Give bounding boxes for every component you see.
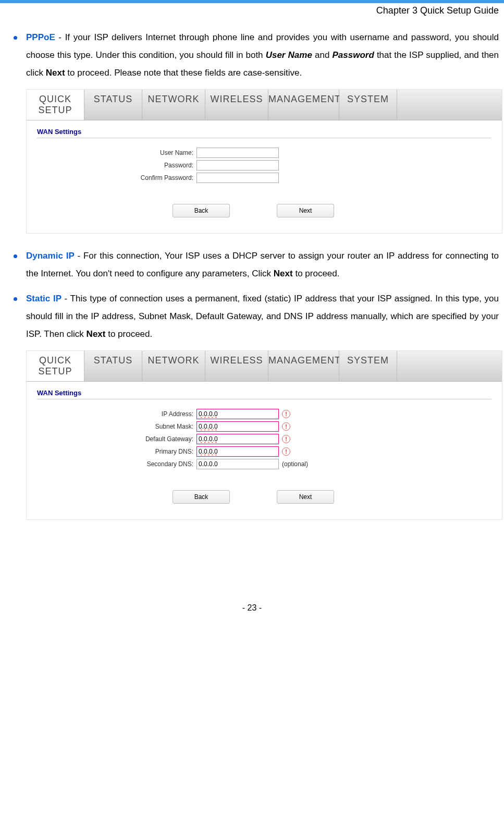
input-default-gateway[interactable] xyxy=(196,434,279,444)
error-icon: ! xyxy=(282,435,290,443)
dynamic-bold-next: Next xyxy=(274,269,293,278)
tab-management[interactable]: MANAGEMENT xyxy=(268,90,339,120)
page-number: - 23 - xyxy=(0,603,504,623)
input-subnet-mask[interactable] xyxy=(196,421,279,432)
row-default-gateway: Default Gateway: ! xyxy=(37,434,491,444)
pppoe-em-username: User Name xyxy=(266,50,312,60)
tab-quick-setup[interactable]: QUICK SETUP xyxy=(27,90,84,120)
tab-system[interactable]: SYSTEM xyxy=(339,90,397,120)
optional-label: (optional) xyxy=(282,460,308,468)
pppoe-panel: QUICK SETUP STATUS NETWORK WIRELESS MANA… xyxy=(26,89,502,234)
tab-system-2[interactable]: SYSTEM xyxy=(339,351,397,381)
row-password: Password: xyxy=(37,160,491,171)
back-button-2[interactable]: Back xyxy=(173,490,230,504)
tab-wireless-2[interactable]: WIRELESS xyxy=(205,351,268,381)
label-secondary-dns: Secondary DNS: xyxy=(37,460,196,468)
bullet-dynamic-title: Dynamic IP xyxy=(26,251,75,261)
input-secondary-dns[interactable] xyxy=(196,459,279,469)
nav-tabs-2: QUICK SETUP STATUS NETWORK WIRELESS MANA… xyxy=(27,351,502,382)
error-icon: ! xyxy=(282,422,290,431)
pppoe-bold-next: Next xyxy=(46,68,65,78)
label-ip-address: IP Address: xyxy=(37,410,196,418)
tab-network[interactable]: NETWORK xyxy=(142,90,205,120)
wan-settings-heading-2: WAN Settings xyxy=(37,389,491,399)
bullet-static-title: Static IP xyxy=(26,294,62,303)
page-content: PPPoE - If your ISP delivers Internet th… xyxy=(0,29,504,520)
error-icon: ! xyxy=(282,447,290,456)
pppoe-text-4: to proceed. Please note that these field… xyxy=(65,68,302,78)
bullet-static-ip: Static IP - This type of connection uses… xyxy=(10,290,499,343)
input-confirm-password[interactable] xyxy=(196,173,279,183)
button-row: Back Next xyxy=(173,204,491,217)
pppoe-text-2: and xyxy=(312,50,333,60)
label-default-gateway: Default Gateway: xyxy=(37,435,196,443)
dynamic-text-2: to proceed. xyxy=(293,269,340,278)
label-username: User Name: xyxy=(37,149,196,156)
input-ip-address[interactable] xyxy=(196,409,279,419)
tab-wireless[interactable]: WIRELESS xyxy=(205,90,268,120)
wan-settings-heading: WAN Settings xyxy=(37,128,491,138)
static-bold-next: Next xyxy=(87,329,106,339)
tab-status[interactable]: STATUS xyxy=(84,90,142,120)
back-button[interactable]: Back xyxy=(173,204,230,217)
tab-management-2[interactable]: MANAGEMENT xyxy=(268,351,339,381)
row-ip-address: IP Address: ! xyxy=(37,409,491,419)
label-password: Password: xyxy=(37,162,196,169)
input-primary-dns[interactable] xyxy=(196,446,279,457)
static-panel: QUICK SETUP STATUS NETWORK WIRELESS MANA… xyxy=(26,350,502,520)
label-confirm-password: Confirm Password: xyxy=(37,174,196,181)
bullet-pppoe-title: PPPoE xyxy=(26,32,55,42)
button-row-2: Back Next xyxy=(173,490,491,504)
input-password[interactable] xyxy=(196,160,279,171)
next-button[interactable]: Next xyxy=(277,204,334,217)
tab-status-2[interactable]: STATUS xyxy=(84,351,142,381)
pppoe-em-password: Password xyxy=(332,50,374,60)
bullet-dynamic-ip: Dynamic IP - For this connection, Your I… xyxy=(10,247,499,283)
nav-spacer-2 xyxy=(397,351,502,381)
tab-quick-setup-2[interactable]: QUICK SETUP xyxy=(27,351,84,381)
nav-spacer xyxy=(397,90,502,120)
row-secondary-dns: Secondary DNS: (optional) xyxy=(37,459,491,469)
row-subnet-mask: Subnet Mask: ! xyxy=(37,421,491,432)
label-primary-dns: Primary DNS: xyxy=(37,448,196,455)
bullet-pppoe: PPPoE - If your ISP delivers Internet th… xyxy=(10,29,499,82)
static-text-2: to proceed. xyxy=(105,329,152,339)
row-username: User Name: xyxy=(37,148,491,158)
dynamic-text-1: - For this connection, Your ISP uses a D… xyxy=(26,251,499,278)
static-panel-body: WAN Settings IP Address: ! Subnet Mask: … xyxy=(27,382,502,519)
pppoe-panel-body: WAN Settings User Name: Password: Confir… xyxy=(27,120,502,233)
nav-tabs: QUICK SETUP STATUS NETWORK WIRELESS MANA… xyxy=(27,90,502,120)
error-icon: ! xyxy=(282,410,290,418)
input-username[interactable] xyxy=(196,148,279,158)
tab-network-2[interactable]: NETWORK xyxy=(142,351,205,381)
next-button-2[interactable]: Next xyxy=(277,490,334,504)
row-primary-dns: Primary DNS: ! xyxy=(37,446,491,457)
chapter-title: Chapter 3 Quick Setup Guide xyxy=(0,3,504,29)
label-subnet-mask: Subnet Mask: xyxy=(37,423,196,430)
row-confirm-password: Confirm Password: xyxy=(37,173,491,183)
